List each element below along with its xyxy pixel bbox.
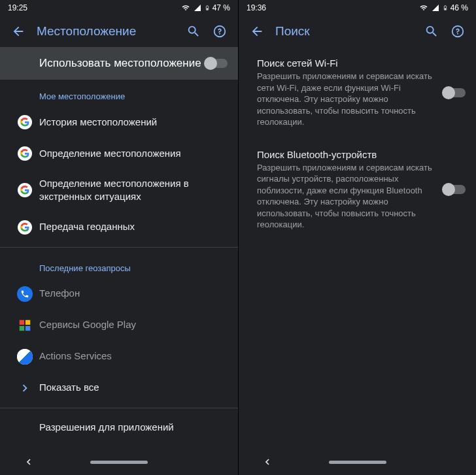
battery-icon (443, 3, 448, 12)
chevron-right-icon (10, 381, 39, 395)
item-recent-phone[interactable]: Телефон (0, 278, 238, 310)
back-button[interactable] (5, 18, 31, 44)
help-icon (450, 24, 465, 39)
nav-home-pill[interactable] (329, 461, 386, 464)
wifi-scanning-desc: Разрешить приложениям и сервисам искать … (257, 71, 434, 128)
svg-rect-4 (26, 326, 30, 331)
item-label: Показать все (39, 381, 228, 394)
wifi-icon (419, 4, 428, 12)
item-show-all[interactable]: Показать все (0, 372, 238, 404)
status-time: 19:25 (8, 3, 27, 12)
status-battery: 47 % (212, 3, 230, 12)
svg-rect-2 (26, 319, 30, 324)
use-location-switch[interactable] (205, 59, 228, 68)
item-geo-sharing[interactable]: Передача геоданных (0, 212, 238, 243)
status-time: 19:36 (246, 3, 266, 12)
item-label: Телефон (39, 287, 228, 300)
signal-icon (431, 4, 440, 12)
item-label: Разрешения для приложений (39, 421, 228, 434)
bluetooth-scanning-desc: Разрешить приложениям и сервисам искать … (257, 162, 434, 231)
item-recent-play-services[interactable]: Сервисы Google Play (0, 310, 238, 341)
phone-app-icon (10, 286, 39, 302)
status-battery: 46 % (450, 3, 468, 12)
svg-rect-5 (445, 8, 446, 10)
use-location-label: Использовать местоположение (39, 56, 205, 71)
item-label: Actions Services (39, 350, 228, 363)
item-label: Определение местоположения (39, 147, 228, 160)
nav-bar (0, 449, 238, 475)
phone-left: 19:25 47 % Местоположение Использовать м… (0, 0, 238, 475)
google-icon (10, 146, 39, 161)
back-button[interactable] (244, 18, 270, 44)
help-icon (212, 24, 227, 39)
status-bar: 19:36 46 % (239, 0, 476, 16)
search-button[interactable] (180, 18, 207, 44)
status-icons: 46 % (419, 3, 468, 12)
bluetooth-scanning-title: Поиск Bluetooth-устройств (257, 149, 434, 160)
wifi-scanning-row[interactable]: Поиск сетей Wi-Fi Разрешить приложениям … (239, 47, 476, 139)
search-icon (424, 24, 439, 39)
section-recent-requests: Последние геозапросы (0, 252, 238, 278)
wifi-scanning-title: Поиск сетей Wi-Fi (257, 57, 434, 69)
item-location-detect[interactable]: Определение местоположения (0, 138, 238, 169)
svg-rect-3 (20, 326, 24, 331)
actions-services-icon (10, 349, 39, 365)
status-bar: 19:25 47 % (0, 0, 238, 16)
nav-home-pill[interactable] (90, 461, 148, 464)
status-icons: 47 % (181, 3, 230, 12)
item-label: Определение местоположения в экстренных … (39, 177, 228, 204)
back-arrow-icon (250, 24, 264, 39)
bluetooth-scanning-switch[interactable] (443, 185, 466, 194)
item-recent-actions-services[interactable]: Actions Services (0, 341, 238, 372)
battery-icon (205, 3, 210, 12)
page-title: Местоположение (31, 24, 180, 39)
wifi-icon (181, 4, 190, 12)
nav-bar (239, 449, 476, 475)
help-button[interactable] (207, 18, 233, 44)
divider (0, 408, 238, 408)
svg-rect-1 (20, 319, 24, 324)
item-app-permissions[interactable]: Разрешения для приложений (0, 412, 238, 444)
section-my-location: Мое местоположение (0, 80, 238, 106)
nav-back-icon[interactable] (24, 457, 34, 467)
divider (0, 247, 238, 248)
wifi-scanning-switch[interactable] (443, 88, 466, 97)
app-bar: Местоположение (0, 16, 238, 47)
google-icon (10, 115, 39, 129)
back-arrow-icon (11, 24, 26, 39)
search-button[interactable] (418, 18, 445, 44)
app-bar: Поиск (239, 16, 476, 47)
google-icon (10, 220, 39, 235)
item-location-history[interactable]: История местоположений (0, 106, 238, 138)
item-label: Сервисы Google Play (39, 318, 228, 331)
phone-right: 19:36 46 % Поиск Поиск сетей Wi-Fi Разре… (238, 0, 476, 475)
google-icon (10, 183, 39, 197)
svg-rect-0 (207, 8, 208, 10)
search-icon (186, 24, 201, 39)
signal-icon (193, 4, 202, 12)
use-location-toggle-row[interactable]: Использовать местоположение (0, 47, 238, 80)
nav-back-icon[interactable] (262, 457, 273, 467)
play-services-icon (10, 318, 39, 333)
item-label: Передача геоданных (39, 220, 228, 233)
item-label: История местоположений (39, 116, 228, 129)
item-emergency-location[interactable]: Определение местоположения в экстренных … (0, 169, 238, 212)
page-title: Поиск (270, 24, 418, 39)
help-button[interactable] (445, 18, 471, 44)
bluetooth-scanning-row[interactable]: Поиск Bluetooth-устройств Разрешить прил… (239, 139, 476, 241)
